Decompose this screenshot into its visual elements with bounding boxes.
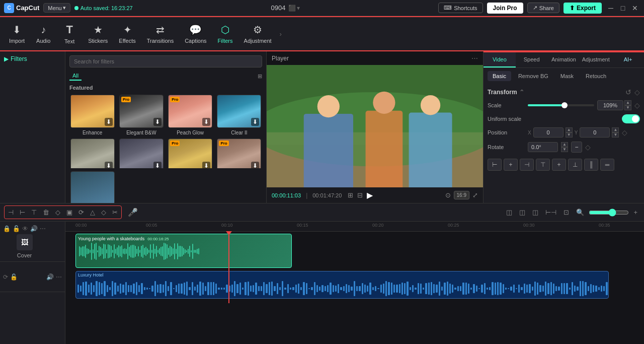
audio-lock-button[interactable]: 🔓	[10, 273, 18, 281]
audio-clip[interactable]: Luxury Hotel const abars = []; for(let i…	[75, 271, 609, 299]
sub-tab-mask[interactable]: Mask	[555, 71, 579, 81]
position-y-decrement[interactable]: ▼	[612, 132, 619, 137]
tl-crop-button[interactable]: ✂	[110, 207, 120, 218]
toolbar-audio[interactable]: ♪ Audio	[31, 21, 56, 47]
tab-speed[interactable]: Speed	[516, 52, 548, 67]
video-clip[interactable]: Young people with a skateboards 00:00:16…	[75, 234, 292, 268]
close-button[interactable]: ✕	[630, 3, 640, 13]
tl-zoom-slider[interactable]	[589, 209, 629, 217]
track-more-button[interactable]: ⋯	[40, 225, 46, 232]
tl-freeze-button[interactable]: ▣	[64, 207, 75, 218]
export-button[interactable]: ⬆ Export	[564, 3, 602, 14]
toolbar-import[interactable]: ⬇ Import	[4, 21, 30, 47]
toolbar-captions[interactable]: 💬 Captions	[180, 21, 211, 47]
share-button[interactable]: ↗ Share	[527, 3, 559, 13]
rotate-input[interactable]	[528, 142, 558, 152]
tl-zoom-out-button[interactable]: 🔍	[574, 207, 587, 218]
tl-split2-button[interactable]: ⊢	[17, 207, 28, 218]
uniform-scale-toggle[interactable]	[622, 114, 640, 123]
tl-delete-button[interactable]: 🗑	[40, 207, 52, 218]
filter-item-elegant-bw[interactable]: Pro ⬇ Elegant B&W	[118, 95, 164, 135]
position-y-increment[interactable]: ▲	[612, 127, 619, 132]
position-x-decrement[interactable]: ▼	[566, 132, 573, 137]
tl-fit2-button[interactable]: ◫	[517, 207, 528, 218]
toolbar-filters[interactable]: ⬡ Filters	[213, 21, 238, 47]
rotate-increment[interactable]: ▲	[561, 142, 568, 147]
tl-align-clips-button[interactable]: ⊢⊣	[543, 207, 559, 218]
position-keyframe[interactable]: ◇	[622, 128, 627, 136]
scale-thumb[interactable]	[561, 102, 568, 108]
align-right-button[interactable]: ⊣	[520, 159, 534, 171]
filter-item-peach-glow[interactable]: Pro ⬇ Peach Glow	[168, 95, 213, 135]
tl-mirror-button[interactable]: △	[88, 207, 98, 218]
tab-ai-plus[interactable]: AI+	[612, 52, 644, 67]
filter-item-more1[interactable]	[69, 171, 115, 203]
toolbar-text[interactable]: T Text	[57, 20, 82, 47]
shortcuts-button[interactable]: ⌨ Shortcuts	[438, 3, 482, 13]
position-x-increment[interactable]: ▲	[566, 127, 573, 132]
grid-view2-button[interactable]: ⊟	[357, 191, 363, 199]
filter-item-fade1[interactable]: ⬇ Fade	[69, 139, 115, 168]
tl-mask-tool-button[interactable]: ◇	[99, 207, 109, 218]
align-distribute-v-button[interactable]: ═	[600, 159, 614, 171]
tl-split-button[interactable]: ⊣	[6, 207, 16, 218]
track-lock-button[interactable]: 🔒	[3, 225, 11, 232]
tl-microphone-button[interactable]: 🎤	[128, 208, 138, 217]
rotate-minus-button[interactable]: −	[571, 142, 582, 153]
scale-decrement[interactable]: ▼	[624, 105, 631, 110]
toolbar-expand-button[interactable]: ›	[278, 30, 284, 38]
grid-view-button[interactable]: ⊞	[348, 191, 353, 199]
position-x-input[interactable]	[533, 127, 564, 137]
scale-slider[interactable]	[528, 104, 594, 106]
tl-fit-view-button[interactable]: ◫	[504, 207, 515, 218]
aspect-ratio-button[interactable]: 16:9	[454, 191, 469, 199]
audio-mute-button[interactable]: 🔊	[46, 273, 54, 281]
filter-item-calm[interactable]: Pro ⬇ Calm	[216, 139, 262, 168]
rotate-keyframe[interactable]: ◇	[585, 143, 591, 151]
track-unlock-button[interactable]: 🔓	[13, 225, 20, 232]
align-center-v-button[interactable]: +	[552, 159, 566, 171]
filter-item-fade2[interactable]: ⬇ Fade	[118, 139, 164, 168]
camera-capture-button[interactable]: ⊙	[445, 191, 451, 199]
tl-reverse-button[interactable]: ⟳	[76, 207, 87, 218]
toolbar-effects[interactable]: ✦ Effects	[114, 21, 140, 47]
toolbar-stickers[interactable]: ★ Stickers	[83, 21, 113, 47]
fullscreen-button[interactable]: ⤢	[472, 191, 478, 199]
sub-tab-removebg[interactable]: Remove BG	[513, 71, 553, 81]
rotate-decrement[interactable]: ▼	[561, 147, 568, 152]
align-top-button[interactable]: ⊤	[536, 159, 550, 171]
toolbar-adjustment[interactable]: ⚙ Adjustment	[239, 21, 277, 47]
tl-fit3-button[interactable]: ◫	[530, 207, 541, 218]
filter-item-focus[interactable]: Pro ⬇ Focus	[168, 139, 213, 168]
sub-tab-basic[interactable]: Basic	[488, 71, 511, 81]
filter-tab-all[interactable]: All	[69, 72, 82, 81]
reset-transform-button[interactable]: ↺	[625, 88, 631, 96]
maximize-button[interactable]: □	[618, 3, 628, 13]
align-center-h-button[interactable]: +	[504, 159, 518, 171]
toolbar-transitions[interactable]: ⇄ Transitions	[142, 21, 179, 47]
filter-item-enhance[interactable]: ⬇ Enhance	[69, 95, 115, 135]
sub-tab-retouch[interactable]: Retouch	[581, 71, 611, 81]
track-mute-button[interactable]: 🔊	[30, 225, 38, 232]
filter-search-input[interactable]	[69, 55, 262, 67]
tl-split3-button[interactable]: ⊤	[29, 207, 39, 218]
align-distribute-h-button[interactable]: ║	[584, 159, 598, 171]
player-menu-button[interactable]: ⋯	[471, 54, 478, 62]
position-y-input[interactable]	[580, 127, 610, 137]
scale-input[interactable]	[597, 100, 623, 110]
menu-button[interactable]: Menu ▾	[43, 3, 70, 13]
scale-increment[interactable]: ▲	[624, 100, 631, 105]
tl-keyframe-button[interactable]: ◇	[53, 207, 63, 218]
scale-keyframe[interactable]: ◇	[634, 101, 640, 109]
tab-video[interactable]: Video	[484, 52, 516, 67]
audio-more-button[interactable]: ⋯	[56, 273, 62, 281]
filter-item-clear-ii[interactable]: ⬇ Clear II	[216, 95, 262, 135]
play-button[interactable]: ▶	[367, 190, 373, 200]
align-bottom-button[interactable]: ⊥	[568, 159, 582, 171]
align-left-button[interactable]: ⊢	[488, 159, 502, 171]
audio-loop-button[interactable]: ⟳	[3, 273, 8, 281]
keyframe-diamond-button[interactable]: ◇	[634, 88, 640, 96]
tab-adjustment[interactable]: Adjustment	[580, 52, 612, 67]
minimize-button[interactable]: ─	[606, 3, 616, 13]
tl-zoom-in-button[interactable]: +	[631, 207, 640, 218]
